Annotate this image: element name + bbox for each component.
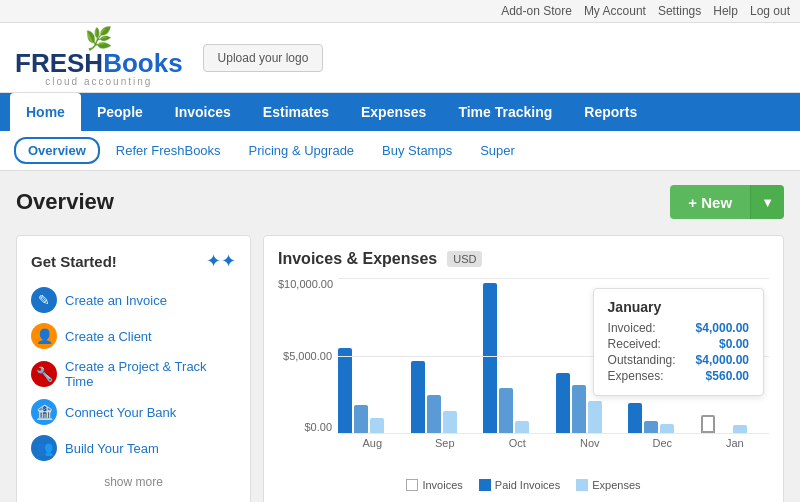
logo-sub: cloud accounting: [45, 76, 152, 87]
help-link[interactable]: Help: [713, 4, 738, 18]
x-label-sep: Sep: [411, 437, 480, 449]
tooltip-outstanding: Outstanding: $4,000.00: [608, 353, 749, 367]
subnav-stamps[interactable]: Buy Stamps: [370, 139, 464, 162]
addon-store-link[interactable]: Add-on Store: [501, 4, 572, 18]
tooltip-expenses: Expenses: $560.00: [608, 369, 749, 383]
connect-bank-label: Connect Your Bank: [65, 405, 176, 420]
build-team-label: Build Your Team: [65, 441, 159, 456]
show-more: show more: [31, 474, 236, 489]
tooltip-title: January: [608, 299, 749, 315]
chart-legend: Invoices Paid Invoices Expenses: [278, 479, 769, 491]
leaf-icon: 🌿: [85, 28, 112, 50]
y-axis: $10,000.00 $5,000.00 $0.00: [278, 278, 336, 433]
chart-tooltip: January Invoiced: $4,000.00 Received: $0…: [593, 288, 764, 396]
my-account-link[interactable]: My Account: [584, 4, 646, 18]
nav-estimates[interactable]: Estimates: [247, 93, 345, 131]
tooltip-invoiced-label: Invoiced:: [608, 321, 656, 335]
chart-header: Invoices & Expenses USD: [278, 250, 769, 268]
legend-box-expenses: [576, 479, 588, 491]
header: 🌿 FRESHBooks cloud accounting Upload you…: [0, 23, 800, 93]
x-axis: Aug Sep Oct Nov Dec Jan: [338, 437, 769, 449]
logo-area: 🌿 FRESHBooks cloud accounting: [15, 28, 183, 87]
top-bar: Add-on Store My Account Settings Help Lo…: [0, 0, 800, 23]
bank-icon: 🏦: [31, 399, 57, 425]
connect-bank-link[interactable]: 🏦 Connect Your Bank: [31, 394, 236, 430]
legend-box-invoices: [406, 479, 418, 491]
create-project-label: Create a Project & Track Time: [65, 359, 236, 389]
logo-fresh: FRESH: [15, 48, 103, 78]
tooltip-received-label: Received:: [608, 337, 661, 351]
chart-panel: Invoices & Expenses USD $10,000.00 $5,00…: [263, 235, 784, 502]
subnav-overview[interactable]: Overview: [14, 137, 100, 164]
tooltip-invoiced: Invoiced: $4,000.00: [608, 321, 749, 335]
build-team-link[interactable]: 👥 Build Your Team: [31, 430, 236, 466]
legend-box-paid: [479, 479, 491, 491]
content-area: Overview + New ▼ Get Started! ✦✦ ✎ Creat…: [0, 171, 800, 502]
legend-expenses-label: Expenses: [592, 479, 640, 491]
nav-time-tracking[interactable]: Time Tracking: [442, 93, 568, 131]
legend-expenses: Expenses: [576, 479, 640, 491]
create-invoice-link[interactable]: ✎ Create an Invoice: [31, 282, 236, 318]
team-icon: 👥: [31, 435, 57, 461]
chart-title: Invoices & Expenses: [278, 250, 437, 268]
tooltip-received-value: $0.00: [719, 337, 749, 351]
get-started-header: Get Started! ✦✦: [31, 250, 236, 272]
new-button-group: + New ▼: [670, 185, 784, 219]
stars-icon: ✦✦: [206, 250, 236, 272]
tooltip-outstanding-label: Outstanding:: [608, 353, 676, 367]
currency-badge: USD: [447, 251, 482, 267]
y-label-bot: $0.00: [278, 421, 332, 433]
settings-link[interactable]: Settings: [658, 4, 701, 18]
legend-invoices: Invoices: [406, 479, 462, 491]
legend-paid-label: Paid Invoices: [495, 479, 560, 491]
client-icon: 👤: [31, 323, 57, 349]
logout-link[interactable]: Log out: [750, 4, 790, 18]
create-client-label: Create a Client: [65, 329, 152, 344]
subnav-super[interactable]: Super: [468, 139, 527, 162]
chart-area: $10,000.00 $5,000.00 $0.00: [278, 278, 769, 473]
upload-logo-button[interactable]: Upload your logo: [203, 44, 324, 72]
overview-header: Overview + New ▼: [16, 185, 784, 219]
y-label-mid: $5,000.00: [278, 350, 332, 362]
main-columns: Get Started! ✦✦ ✎ Create an Invoice 👤 Cr…: [16, 235, 784, 502]
legend-paid: Paid Invoices: [479, 479, 560, 491]
project-icon: 🔧: [31, 361, 57, 387]
logo-books: Books: [103, 48, 182, 78]
gridline-top: [338, 278, 769, 279]
page-title: Overview: [16, 189, 114, 215]
x-label-jan: Jan: [701, 437, 770, 449]
tooltip-expenses-value: $560.00: [706, 369, 749, 383]
sub-nav: Overview Refer FreshBooks Pricing & Upgr…: [0, 131, 800, 171]
nav-home[interactable]: Home: [10, 93, 81, 131]
tooltip-invoiced-value: $4,000.00: [696, 321, 749, 335]
x-label-oct: Oct: [483, 437, 552, 449]
create-invoice-label: Create an Invoice: [65, 293, 167, 308]
tooltip-outstanding-value: $4,000.00: [696, 353, 749, 367]
tooltip-received: Received: $0.00: [608, 337, 749, 351]
y-label-top: $10,000.00: [278, 278, 332, 290]
x-label-nov: Nov: [556, 437, 625, 449]
create-project-link[interactable]: 🔧 Create a Project & Track Time: [31, 354, 236, 394]
nav-expenses[interactable]: Expenses: [345, 93, 442, 131]
nav-invoices[interactable]: Invoices: [159, 93, 247, 131]
get-started-title: Get Started!: [31, 253, 117, 270]
legend-invoices-label: Invoices: [422, 479, 462, 491]
nav-reports[interactable]: Reports: [568, 93, 653, 131]
x-label-aug: Aug: [338, 437, 407, 449]
new-button-dropdown[interactable]: ▼: [750, 185, 784, 219]
get-started-panel: Get Started! ✦✦ ✎ Create an Invoice 👤 Cr…: [16, 235, 251, 502]
create-client-link[interactable]: 👤 Create a Client: [31, 318, 236, 354]
nav-people[interactable]: People: [81, 93, 159, 131]
gridline-bot: [338, 433, 769, 434]
show-more-link[interactable]: show more: [104, 475, 163, 489]
subnav-refer[interactable]: Refer FreshBooks: [104, 139, 233, 162]
logo-brand: FRESHBooks: [15, 50, 183, 76]
invoice-icon: ✎: [31, 287, 57, 313]
subnav-pricing[interactable]: Pricing & Upgrade: [237, 139, 367, 162]
main-nav: Home People Invoices Estimates Expenses …: [0, 93, 800, 131]
tooltip-expenses-label: Expenses:: [608, 369, 664, 383]
x-label-dec: Dec: [628, 437, 697, 449]
new-button[interactable]: + New: [670, 185, 750, 219]
